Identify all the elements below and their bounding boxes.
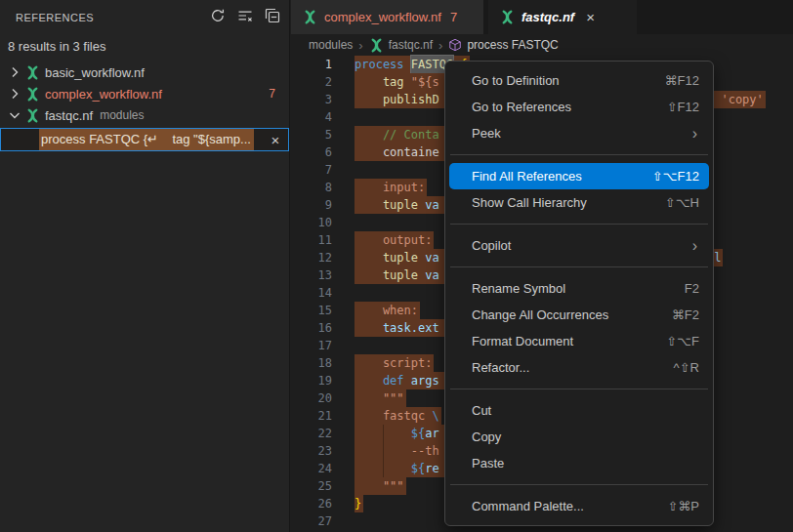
collapse-all-icon (265, 8, 280, 27)
code-token: args (411, 372, 439, 389)
code-token: task.ext (383, 319, 439, 337)
menu-item-label: Show Call Hierarchy (472, 195, 665, 210)
chevron-down-icon[interactable] (6, 107, 23, 123)
menu-item-shortcut: ⇧⌥F (666, 334, 699, 348)
code-token: va (425, 249, 438, 266)
line-number: 26 (291, 495, 332, 512)
tree-item-complex-workflow-nf[interactable]: complex_workflow.nf7 (0, 83, 289, 104)
breadcrumb-separator: › (438, 38, 442, 53)
dismiss-result-icon[interactable]: × (267, 132, 284, 148)
menu-item-refactor[interactable]: Refactor...^⇧R (449, 354, 709, 381)
refresh-button[interactable] (207, 7, 229, 28)
menu-item-label: Peek (472, 126, 692, 141)
menu-item-go-to-definition[interactable]: Go to Definition⌘F12 (449, 67, 709, 94)
reference-result-selected[interactable]: process FASTQC {↵ tag "${samp...× (0, 128, 289, 151)
breadcrumb-item-modules[interactable]: modules (309, 38, 353, 52)
code-token: ${ (411, 460, 425, 477)
menu-item-find-all-references[interactable]: Find All References⇧⌥F12 (449, 163, 709, 189)
line-number: 18 (291, 354, 332, 372)
menu-item-label: Go to References (472, 100, 667, 114)
menu-item-cut[interactable]: Cut (449, 397, 709, 424)
nextflow-icon (369, 38, 384, 53)
menu-item-show-call-hierarchy[interactable]: Show Call Hierarchy⇧⌥H (449, 189, 709, 216)
tab-complex-workflow-nf[interactable]: complex_workflow.nf7 (291, 0, 483, 34)
code-token: ${ (411, 425, 425, 442)
indent-guide (383, 442, 384, 460)
menu-item-label: Rename Symbol (472, 281, 685, 296)
tab-fastqc-nf[interactable]: fastqc.nf× (488, 0, 637, 34)
menu-item-label: Cut (472, 403, 699, 418)
menu-item-peek[interactable]: Peek› (449, 120, 709, 146)
nextflow-icon (500, 10, 515, 24)
menu-item-go-to-references[interactable]: Go to References⇧F12 (449, 94, 709, 120)
code-token: 'copy' (721, 91, 763, 108)
menu-item-label: Copy (472, 430, 699, 444)
indent-guide (383, 425, 384, 442)
line-number: 12 (291, 249, 332, 266)
menu-separator (450, 224, 708, 225)
breadcrumb-item-fastqc-nf[interactable]: fastqc.nf (369, 38, 433, 53)
line-number: 13 (291, 266, 332, 284)
menu-item-change-all-occurrences[interactable]: Change All Occurrences⌘F2 (449, 302, 709, 328)
menu-item-shortcut: ⇧F12 (667, 100, 699, 114)
panel-title: REFERENCES (16, 12, 207, 23)
indent-guide (383, 460, 384, 477)
menu-item-label: Change All Occurrences (472, 307, 672, 322)
code-token: tuple (383, 249, 418, 266)
menu-item-format-document[interactable]: Format Document⇧⌥F (449, 328, 709, 354)
code-token: process (355, 56, 404, 73)
line-number: 1 (291, 56, 332, 73)
menu-item-paste[interactable]: Paste (449, 450, 709, 476)
references-panel: REFERENCES 8 results in 3 files basic_wo… (0, 0, 290, 532)
line-number: 17 (291, 337, 332, 354)
line-number: 24 (291, 460, 332, 477)
menu-item-label: Refactor... (472, 360, 674, 375)
line-number: 11 (291, 231, 332, 249)
tab-problem-count: 7 (450, 10, 457, 24)
line-number: 7 (291, 161, 332, 179)
line-number: 5 (291, 126, 332, 143)
chevron-right-icon[interactable] (6, 86, 23, 102)
code-token: fastqc (383, 407, 425, 425)
tree-item-basic-workflow-nf[interactable]: basic_workflow.nf (0, 61, 289, 83)
editor-context-menu: Go to Definition⌘F12Go to References⇧F12… (444, 61, 714, 526)
submenu-arrow-icon: › (692, 238, 697, 254)
menu-item-label: Command Palette... (472, 499, 667, 513)
code-token: output: (383, 231, 433, 249)
references-panel-header: REFERENCES (0, 0, 289, 35)
line-number: 4 (291, 108, 332, 126)
result-count-badge: 7 (269, 87, 275, 101)
nextflow-icon (303, 10, 317, 24)
menu-item-rename-symbol[interactable]: Rename SymbolF2 (449, 275, 709, 302)
clear-results-button[interactable] (234, 7, 256, 28)
code-token: re (425, 460, 438, 477)
menu-item-label: Copilot (472, 238, 692, 253)
breadcrumb-item-process-fastqc[interactable]: process FASTQC (448, 38, 558, 52)
chevron-right-icon[interactable] (6, 64, 23, 80)
menu-item-label: Format Document (472, 334, 666, 348)
nextflow-icon (23, 108, 41, 123)
menu-item-command-palette[interactable]: Command Palette...⇧⌘P (449, 493, 709, 519)
collapse-all-button[interactable] (262, 7, 283, 28)
submenu-arrow-icon: › (692, 126, 697, 142)
line-number: 19 (291, 372, 332, 389)
menu-separator (450, 154, 708, 155)
code-token: input: (383, 179, 425, 196)
menu-item-shortcut: F2 (685, 281, 699, 296)
tree-item-fastqc-nf[interactable]: fastqc.nfmodules (0, 104, 289, 126)
menu-item-copilot[interactable]: Copilot› (449, 232, 709, 259)
close-tab-icon[interactable]: × (586, 9, 595, 25)
editor-area: complex_workflow.nf7fastqc.nf× modules›f… (291, 0, 793, 532)
nextflow-icon (23, 87, 41, 102)
code-token: // Conta (383, 126, 439, 143)
code-token: """ (383, 477, 404, 495)
code-token: tuple (383, 196, 418, 214)
symbol-module-icon (448, 38, 462, 52)
code-token: \ (432, 407, 438, 425)
file-name: fastqc.nf (45, 108, 93, 123)
menu-item-copy[interactable]: Copy (449, 424, 709, 450)
menu-separator (450, 484, 708, 485)
code-token: "${s (411, 73, 439, 91)
refresh-icon (210, 8, 226, 27)
menu-item-shortcut: ⇧⌘P (667, 499, 699, 513)
